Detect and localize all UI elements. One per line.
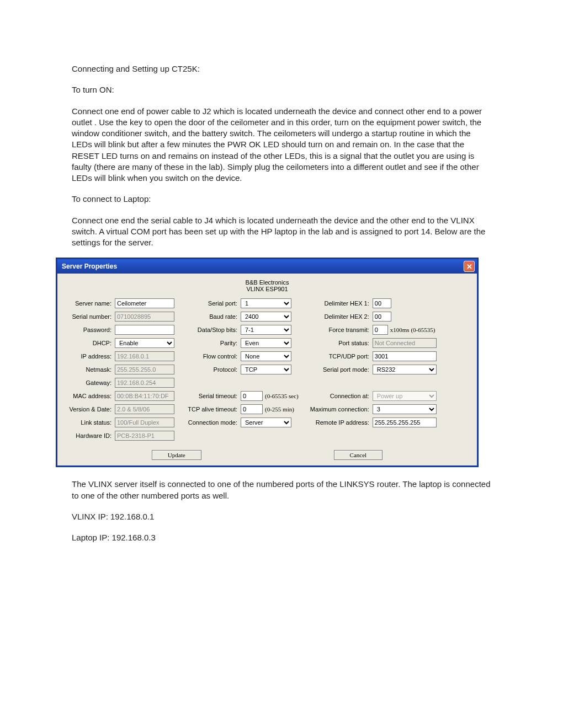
link-input [115, 417, 174, 427]
label-serial-timeout: Serial timeout: [179, 393, 241, 399]
label-version: Version & Date: [62, 406, 115, 413]
gateway-input [115, 378, 174, 388]
label-ip: IP address: [62, 353, 115, 360]
max-conn-select[interactable]: 3 [373, 404, 437, 414]
label-password: Password: [62, 326, 115, 333]
dialog-titlebar: Server Properties ✕ [57, 259, 477, 274]
label-dhcp: DHCP: [62, 340, 115, 346]
dialog-title: Server Properties [62, 263, 117, 270]
version-input [115, 404, 174, 414]
column-left: Server name: Serial number: Password: DH… [62, 297, 174, 442]
ip-input [115, 351, 174, 361]
label-force-tx: Force transmit: [303, 326, 373, 333]
serial-port-select[interactable]: 1 [241, 298, 291, 308]
delim1-input[interactable] [373, 298, 391, 308]
protocol-select[interactable]: TCP [241, 365, 291, 374]
label-netmask: Netmask: [62, 366, 115, 373]
label-protocol: Protocol: [179, 366, 241, 373]
port-status-input [373, 338, 437, 348]
heading-turn-on: To turn ON: [72, 84, 491, 95]
conn-mode-select[interactable]: Server [241, 417, 291, 427]
label-delim2: Delimiter HEX 2: [303, 313, 373, 320]
hwid-input [115, 431, 174, 441]
label-gateway: Gateway: [62, 379, 115, 386]
delim2-input[interactable] [373, 312, 391, 322]
dhcp-select[interactable]: Enable [115, 338, 174, 348]
column-right: Delimiter HEX 1: Delimiter HEX 2: Force … [303, 297, 437, 442]
label-delim1: Delimiter HEX 1: [303, 300, 373, 307]
document-page: Connecting and Setting up CT25K: To turn… [0, 0, 563, 728]
heading-connect: To connect to Laptop: [72, 194, 491, 205]
remote-ip-input[interactable] [373, 417, 437, 427]
update-button[interactable]: Update [152, 450, 201, 460]
password-input[interactable] [115, 325, 174, 335]
label-serial-port: Serial port: [179, 300, 241, 307]
spm-select[interactable]: RS232 [373, 365, 437, 374]
heading-title: Connecting and Setting up CT25K: [72, 63, 491, 74]
paragraph-vlinx-ip: VLINX IP: 192.168.0.1 [72, 511, 491, 522]
label-mac: MAC address: [62, 393, 115, 399]
force-tx-input[interactable] [373, 325, 388, 335]
label-flow: Flow control: [179, 353, 241, 360]
server-name-input[interactable] [115, 298, 174, 308]
label-serial-number: Serial number: [62, 313, 115, 320]
parity-select[interactable]: Even [241, 338, 291, 348]
label-tcp-alive: TCP alive timeout: [179, 406, 241, 413]
server-properties-dialog: Server Properties ✕ B&B Electronics VLIN… [56, 258, 478, 467]
label-link: Link status: [62, 419, 115, 426]
label-tcpudp-port: TCP/UDP port: [303, 353, 373, 360]
mac-input [115, 391, 174, 401]
cancel-button[interactable]: Cancel [334, 450, 383, 460]
label-spm: Serial port mode: [303, 366, 373, 373]
label-baud: Baud rate: [179, 313, 241, 320]
label-server-name: Server name: [62, 300, 115, 307]
label-conn-at: Connection at: [303, 393, 373, 399]
label-conn-mode: Connection mode: [179, 419, 241, 426]
label-port-status: Port status: [303, 340, 373, 346]
close-button[interactable]: ✕ [464, 261, 475, 272]
label-remote-ip: Remote IP address: [303, 419, 373, 426]
label-parity: Parity: [179, 340, 241, 346]
baud-select[interactable]: 2400 [241, 312, 291, 322]
paragraph-turn-on: Connect one end of power cable to J2 whi… [72, 106, 491, 184]
hint-serial-timeout: (0-65535 sec) [263, 393, 299, 399]
tcp-alive-input[interactable] [241, 404, 263, 414]
flow-select[interactable]: None [241, 351, 291, 361]
column-mid: Serial port:1 Baud rate:2400 Data/Stop b… [179, 297, 299, 442]
label-max-conn: Maximum connection: [303, 406, 373, 413]
paragraph-laptop-ip: Laptop IP: 192.168.0.3 [72, 532, 491, 543]
tcpudp-port-input[interactable] [373, 351, 437, 361]
conn-at-select: Power up [373, 391, 437, 401]
data-stop-select[interactable]: 7-1 [241, 325, 291, 335]
label-hwid: Hardware ID: [62, 432, 115, 439]
label-data-stop: Data/Stop bits: [179, 326, 241, 333]
banner-line1: B&B Electronics [246, 279, 289, 286]
dialog-banner: B&B Electronics VLINX ESP901 [62, 277, 472, 297]
button-row: Update Cancel [62, 450, 472, 460]
netmask-input [115, 365, 174, 374]
paragraph-after-1: The VLINX server itself is connected to … [72, 479, 491, 501]
hint-tcp-alive: (0-255 min) [263, 406, 294, 413]
close-icon: ✕ [466, 263, 472, 271]
paragraph-connect: Connect one end the serial cable to J4 w… [72, 215, 491, 249]
banner-line2: VLINX ESP901 [246, 286, 288, 292]
serial-number-input [115, 312, 174, 322]
hint-force-tx: x100ms (0-65535) [388, 326, 435, 333]
serial-timeout-input[interactable] [241, 391, 263, 401]
dialog-body: B&B Electronics VLINX ESP901 Server name… [57, 274, 477, 465]
